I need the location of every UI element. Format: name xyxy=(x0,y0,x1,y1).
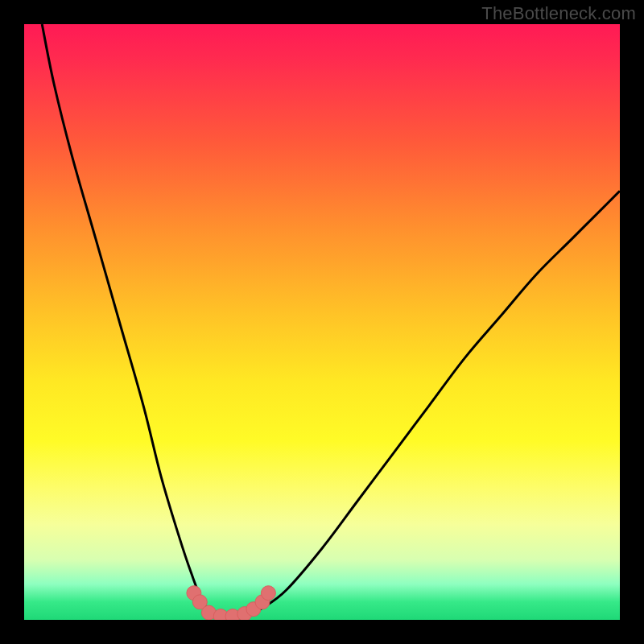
chart-frame: TheBottleneck.com xyxy=(0,0,644,644)
plot-area xyxy=(24,24,620,620)
curve-markers-group xyxy=(187,586,276,620)
bottleneck-curve-path xyxy=(42,24,620,617)
curve-marker xyxy=(261,586,275,601)
watermark-text: TheBottleneck.com xyxy=(481,3,636,24)
bottleneck-curve-svg xyxy=(24,24,620,620)
